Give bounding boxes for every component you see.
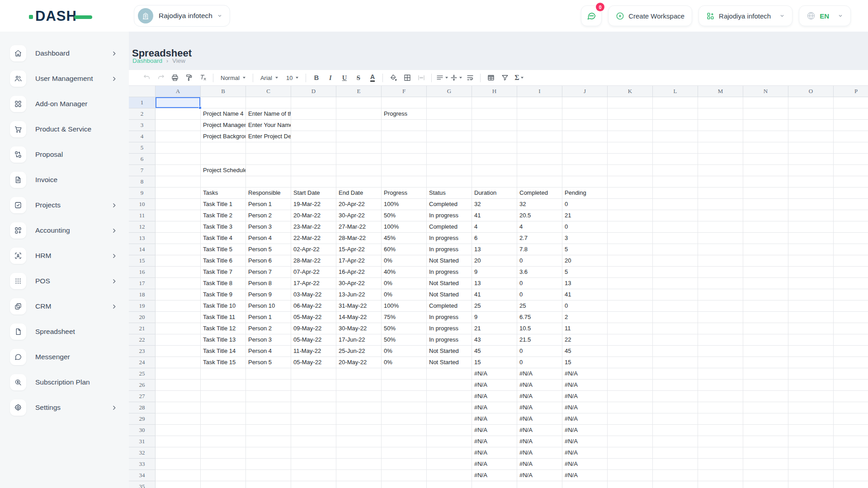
cell-C21[interactable]: Person 2 [246,323,291,334]
cell-J30[interactable]: #N/A [562,425,608,436]
cell-D32[interactable] [291,447,336,459]
cell-H4[interactable] [472,131,517,142]
cell-L14[interactable] [653,244,698,255]
cell-I2[interactable] [517,108,562,120]
row-header-15[interactable]: 15 [129,255,156,267]
cell-P10[interactable] [834,199,868,210]
cell-F4[interactable] [382,131,427,142]
paint-format-button[interactable] [183,72,195,84]
cell-N3[interactable] [743,120,788,131]
cell-G31[interactable] [427,436,472,447]
cell-E1[interactable] [336,97,382,108]
cell-J3[interactable] [562,120,608,131]
cell-N22[interactable] [743,334,788,346]
sidebar-item-projects[interactable]: Projects [0,192,129,218]
cell-L23[interactable] [653,346,698,357]
cell-M11[interactable] [698,210,743,221]
cell-E23[interactable]: 25-Jun-22 [336,346,382,357]
row-header-21[interactable]: 21 [129,323,156,334]
cell-A22[interactable] [156,334,201,346]
row-header-9[interactable]: 9 [129,188,156,199]
sidebar-item-invoice[interactable]: Invoice [0,167,129,192]
cell-L28[interactable] [653,402,698,413]
cell-C9[interactable]: Responsible [246,188,291,199]
cell-B23[interactable]: Task Title 14 [201,346,246,357]
cell-B20[interactable]: Task Title 11 [201,312,246,323]
cell-P4[interactable] [834,131,868,142]
cell-H22[interactable]: 43 [472,334,517,346]
cell-L1[interactable] [653,97,698,108]
cell-N25[interactable] [743,368,788,380]
cell-H19[interactable]: 25 [472,300,517,312]
cell-J4[interactable] [562,131,608,142]
cell-K32[interactable] [608,447,653,459]
cell-F14[interactable]: 60% [382,244,427,255]
cell-J7[interactable] [562,165,608,176]
row-header-32[interactable]: 32 [129,447,156,459]
cell-A12[interactable] [156,221,201,233]
cell-H34[interactable]: #N/A [472,470,517,481]
cell-M20[interactable] [698,312,743,323]
cell-J9[interactable]: Pending [562,188,608,199]
cell-B11[interactable]: Task Title 2 [201,210,246,221]
cell-M5[interactable] [698,142,743,154]
cell-J35[interactable] [562,481,608,488]
cell-K22[interactable] [608,334,653,346]
cell-H5[interactable] [472,142,517,154]
cell-N30[interactable] [743,425,788,436]
cell-C24[interactable]: Person 5 [246,357,291,368]
cell-M28[interactable] [698,402,743,413]
cell-B33[interactable] [201,459,246,470]
cell-J14[interactable]: 5 [562,244,608,255]
cell-G9[interactable]: Status [427,188,472,199]
cell-E35[interactable] [336,481,382,488]
cell-H24[interactable]: 15 [472,357,517,368]
cell-E11[interactable]: 30-Apr-22 [336,210,382,221]
cell-B29[interactable] [201,413,246,425]
cell-K1[interactable] [608,97,653,108]
cell-O17[interactable] [788,278,834,289]
cell-M32[interactable] [698,447,743,459]
cell-A15[interactable] [156,255,201,267]
cell-I10[interactable]: 32 [517,199,562,210]
cell-J13[interactable]: 3 [562,233,608,244]
cell-H9[interactable]: Duration [472,188,517,199]
column-header-J[interactable]: J [562,86,608,97]
cell-K15[interactable] [608,255,653,267]
cell-L15[interactable] [653,255,698,267]
cell-P29[interactable] [834,413,868,425]
cell-D18[interactable]: 03-May-22 [291,289,336,300]
cell-N17[interactable] [743,278,788,289]
cell-B27[interactable] [201,391,246,402]
cell-K24[interactable] [608,357,653,368]
cell-P35[interactable] [834,481,868,488]
cell-D21[interactable]: 09-May-22 [291,323,336,334]
cell-P2[interactable] [834,108,868,120]
cell-P1[interactable] [834,97,868,108]
cell-H32[interactable]: #N/A [472,447,517,459]
cell-B28[interactable] [201,402,246,413]
cell-P18[interactable] [834,289,868,300]
font-size-dropdown[interactable]: 10 [283,72,302,84]
cell-A16[interactable] [156,267,201,278]
cell-P9[interactable] [834,188,868,199]
cell-C7[interactable] [246,165,291,176]
cell-J19[interactable]: 0 [562,300,608,312]
cell-F2[interactable]: Progress [382,108,427,120]
cell-O29[interactable] [788,413,834,425]
cell-G32[interactable] [427,447,472,459]
cell-L27[interactable] [653,391,698,402]
cell-G30[interactable] [427,425,472,436]
cell-D28[interactable] [291,402,336,413]
cell-J26[interactable]: #N/A [562,380,608,391]
cell-K12[interactable] [608,221,653,233]
cell-L17[interactable] [653,278,698,289]
cell-E7[interactable] [336,165,382,176]
cell-C25[interactable] [246,368,291,380]
cell-M15[interactable] [698,255,743,267]
cell-E5[interactable] [336,142,382,154]
vertical-align-button[interactable] [450,72,462,84]
cell-B9[interactable]: Tasks [201,188,246,199]
cell-K20[interactable] [608,312,653,323]
cell-M14[interactable] [698,244,743,255]
